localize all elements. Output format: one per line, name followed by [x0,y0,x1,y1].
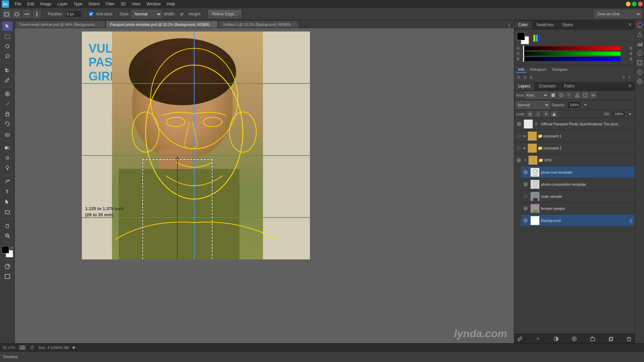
expand-icon[interactable]: ▶ [524,146,526,150]
tab-styles[interactable]: Styles [558,21,578,28]
quick-mask-mode[interactable] [2,262,12,271]
layer-fx-btn[interactable]: fx [534,336,542,342]
tab-layers[interactable]: Layers [514,82,535,90]
layer-delete-btn[interactable] [625,336,633,342]
opacity-input[interactable] [567,101,581,109]
filter-effect-icon[interactable] [590,92,597,99]
menu-help[interactable]: Help [164,1,178,7]
adjustment-icon[interactable] [636,68,643,76]
menu-layer[interactable]: Layer [55,1,70,7]
menu-view[interactable]: View [129,1,143,7]
menu-file[interactable]: File [12,1,24,7]
pen-tool[interactable] [2,177,12,186]
fg-bg-swatches[interactable] [517,32,529,44]
layers-panel-close[interactable] [625,82,635,90]
r-thumb[interactable] [523,46,524,51]
swap-colors-icon[interactable]: ⇄ [10,246,13,249]
maximize-button[interactable] [632,2,637,6]
layer-row[interactable]: T Official Passport Photo Specifications… [514,118,635,130]
anti-alias-checkbox[interactable] [89,12,93,16]
layer-row[interactable]: ▶ 📁 comment 2 [514,142,635,154]
layer-visibility-toggle[interactable] [516,133,522,139]
fg-bg-colors[interactable]: ⇄ [2,246,13,257]
tab-travel[interactable]: Travel-ready portrait.psd @ 54% (Backgro… [15,20,106,28]
menu-window[interactable]: Window [144,1,164,7]
layer-link-btn[interactable] [516,336,524,342]
lock-pixels-btn[interactable] [535,111,541,117]
tab-swatches[interactable]: Swatches [532,21,558,28]
layer-row[interactable]: photo tool template [521,166,635,178]
opacity-arrow-icon[interactable] [583,102,588,108]
right-panel-close[interactable] [625,21,635,29]
layer-adjustment-btn[interactable] [571,336,578,342]
layer-row[interactable]: Background [521,215,635,227]
selection-tool-rect[interactable] [3,10,11,18]
lock-position-btn[interactable] [543,111,549,117]
gradient-tool[interactable] [2,143,12,153]
crop-tool[interactable] [2,65,12,75]
progress-arrow[interactable]: ▶ [73,345,75,350]
3d-cube-icon[interactable] [636,78,643,85]
shape-tool[interactable] [2,207,12,217]
tab-travel-close[interactable]: × [99,22,101,26]
tab-channels[interactable]: Channels [535,82,560,90]
layer-visibility-toggle[interactable] [522,217,529,224]
style-select[interactable]: Normal Fixed Ratio Fixed Size [131,10,162,18]
menu-filter[interactable]: Filter [103,1,117,7]
feather-input[interactable] [65,10,82,18]
layer-visibility-toggle[interactable] [522,181,529,188]
tab-untitled-close[interactable]: × [292,22,294,26]
history-tool[interactable] [2,119,12,129]
layer-visibility-toggle[interactable] [522,193,529,200]
blur-tool[interactable] [2,153,12,163]
dodge-tool[interactable] [2,163,12,173]
refine-edge-button[interactable]: Refine Edge... [208,10,241,18]
layer-visibility-toggle[interactable] [516,157,522,164]
r-bar[interactable] [523,46,621,50]
close-button[interactable] [638,2,643,6]
eraser-tool[interactable] [2,129,12,139]
menu-image[interactable]: Image [38,1,54,7]
lock-transparent-btn[interactable] [527,111,533,117]
tab-untitled[interactable]: Untitled-1 @ 52.2% (Background, RGB/8) × [218,20,299,28]
filter-smart-icon[interactable] [582,92,589,99]
crop-icon-right[interactable] [636,59,643,66]
layer-visibility-toggle[interactable] [522,169,529,176]
stamp-tool[interactable] [2,109,12,119]
magic-wand-tool[interactable] [2,52,12,61]
swap-wh-icon[interactable]: ⇄ [177,11,186,17]
layer-visibility-toggle[interactable] [516,145,522,152]
hand-tool[interactable] [2,221,12,230]
arrow-icon[interactable] [636,31,643,38]
move-tool[interactable] [2,21,12,31]
zoom-tool[interactable] [2,231,12,240]
layer-row[interactable]: ▶ 📁 comment 1 [514,130,635,142]
menu-type[interactable]: Type [71,1,85,7]
b-thumb[interactable] [523,56,524,62]
layer-mask-btn[interactable] [552,336,560,342]
tab-paths[interactable]: Paths [560,82,579,90]
rotation-indicator[interactable] [30,345,35,350]
layer-row[interactable]: male sample [521,190,635,202]
expand-icon[interactable]: ▼ [524,158,527,162]
info-icon[interactable]: i [636,50,643,57]
selection-tool-row[interactable] [23,10,31,18]
layer-visibility-toggle[interactable] [522,205,529,212]
heal-tool[interactable] [2,89,12,99]
text-tool[interactable]: T [2,187,12,196]
layer-group-btn[interactable] [589,336,596,342]
layer-row[interactable]: ▼ 📁 VPG [514,154,635,166]
layer-kind-filter[interactable]: Kind [525,92,548,99]
expand-icon[interactable]: ▶ [524,134,526,138]
menu-select[interactable]: Select [86,1,102,7]
panel-collapse-btn[interactable] [505,23,514,28]
layer-row[interactable]: female sample [521,202,635,215]
menu-3d[interactable]: 3D [118,1,128,7]
lock-all-btn[interactable] [551,111,557,117]
foreground-color[interactable] [2,246,9,253]
tab-info[interactable]: Info [516,67,526,73]
tab-color[interactable]: Color [514,21,532,28]
g-bar[interactable] [523,52,621,56]
selection-tool-col[interactable] [33,10,41,18]
histogram-icon[interactable] [636,40,643,48]
